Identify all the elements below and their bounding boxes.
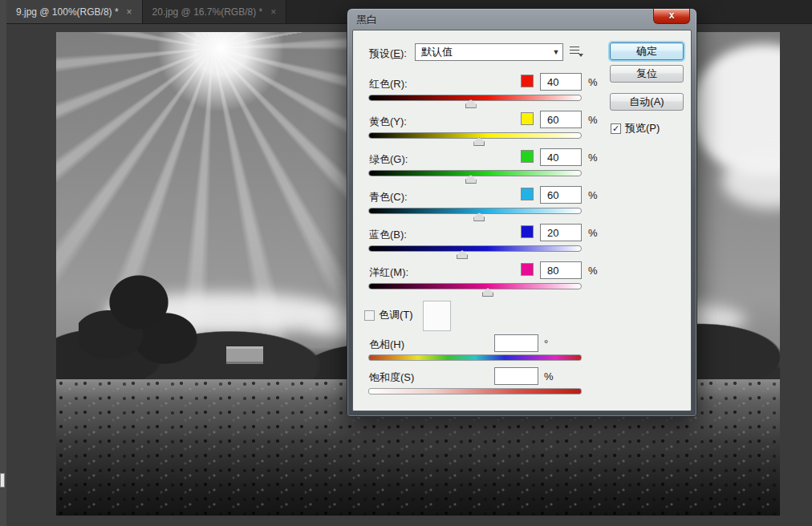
ok-button[interactable]: 确定 [610, 42, 684, 60]
channel-slider-row: 黄色(Y): % [353, 111, 691, 148]
channel-unit: % [588, 265, 598, 277]
channel-slider[interactable] [368, 92, 582, 108]
saturation-unit: % [544, 370, 554, 382]
channel-value-input[interactable] [540, 148, 582, 166]
distant-building [226, 346, 263, 364]
tab-label: 9.jpg @ 100%(RGB/8) * [16, 6, 119, 18]
saturation-gradient-bar[interactable] [368, 388, 582, 394]
tab-close-icon[interactable]: × [270, 6, 276, 18]
channel-slider-row: 青色(C): % [353, 186, 691, 224]
hue-gradient-bar[interactable] [368, 354, 582, 361]
channel-slider[interactable] [368, 281, 582, 297]
hue-input[interactable] [494, 334, 538, 352]
tab-close-icon[interactable]: × [127, 6, 132, 18]
hue-unit: ° [544, 338, 548, 350]
tab-document-1[interactable]: 9.jpg @ 100%(RGB/8) * × [6, 0, 143, 23]
saturation-input[interactable] [494, 367, 538, 385]
slider-track[interactable] [368, 132, 582, 139]
channel-slider[interactable] [368, 130, 582, 146]
channel-label: 蓝色(B): [369, 228, 407, 242]
slider-track[interactable] [368, 283, 582, 289]
slider-track[interactable] [368, 95, 582, 101]
channel-color-swatch [521, 75, 534, 87]
channel-value-input[interactable] [540, 224, 582, 241]
channel-color-swatch [521, 112, 534, 125]
tab-label: 20.jpg @ 16.7%(RGB/8) * [152, 6, 263, 18]
channel-slider-row: 洋红(M): % [353, 261, 691, 299]
dialog-close-button[interactable]: x [653, 9, 690, 24]
slider-track[interactable] [368, 170, 582, 176]
channel-value-input[interactable] [540, 111, 582, 128]
slider-track[interactable] [368, 208, 582, 214]
channel-value-input[interactable] [540, 186, 582, 204]
menu-arrow-icon [579, 54, 583, 57]
channel-label: 黄色(Y): [369, 115, 407, 129]
tools-panel-edge [0, 0, 6, 526]
channel-slider-row: 绿色(G): % [353, 148, 691, 186]
channel-value-input[interactable] [540, 261, 582, 279]
tall-tree [79, 269, 199, 389]
channel-slider[interactable] [368, 168, 582, 184]
dialog-body: 预设(E): 默认值 ▼ 确定 复位 自动(A) ✓ 预览(P) 红色(R): … [352, 30, 692, 411]
channel-unit: % [588, 76, 598, 88]
checkbox-unchecked-icon[interactable] [364, 310, 375, 321]
chevron-down-icon: ▼ [550, 48, 562, 56]
channel-slider[interactable] [368, 205, 582, 221]
channel-color-swatch [521, 263, 534, 276]
tint-checkbox[interactable]: 色调(T) [364, 308, 413, 322]
channel-label: 红色(R): [369, 77, 408, 91]
channel-color-swatch [521, 150, 534, 163]
black-white-dialog: 黑白 x 预设(E): 默认值 ▼ 确定 复位 自动(A) ✓ 预览(P) 红色… [347, 8, 697, 417]
channel-slider-row: 蓝色(B): % [353, 224, 691, 261]
color-swatch-chip[interactable] [0, 473, 5, 488]
channel-unit: % [588, 152, 598, 164]
channel-slider[interactable] [368, 243, 582, 259]
saturation-label: 饱和度(S) [369, 370, 414, 385]
tint-label: 色调(T) [379, 308, 413, 322]
tint-color-swatch[interactable] [423, 301, 451, 331]
preset-selected-value: 默认值 [416, 45, 550, 59]
slider-track[interactable] [368, 245, 582, 252]
preset-dropdown[interactable]: 默认值 ▼ [415, 43, 563, 61]
channel-label: 青色(C): [369, 190, 408, 204]
channel-slider-row: 红色(R): % [353, 73, 691, 111]
channel-color-swatch [521, 225, 534, 238]
channel-color-swatch [521, 188, 534, 200]
channel-value-input[interactable] [540, 73, 582, 91]
photoshop-window: 9.jpg @ 100%(RGB/8) * × 20.jpg @ 16.7%(R… [0, 0, 812, 526]
hue-label: 色相(H) [369, 338, 404, 352]
channel-unit: % [588, 114, 598, 126]
channel-unit: % [588, 189, 598, 201]
preset-options-icon[interactable] [570, 46, 583, 57]
tab-document-2[interactable]: 20.jpg @ 16.7%(RGB/8) * × [143, 0, 287, 23]
channel-label: 洋红(M): [369, 265, 408, 280]
dialog-title: 黑白 [356, 13, 377, 27]
channel-unit: % [588, 227, 598, 239]
channel-label: 绿色(G): [369, 152, 408, 167]
preset-label: 预设(E): [369, 47, 407, 61]
